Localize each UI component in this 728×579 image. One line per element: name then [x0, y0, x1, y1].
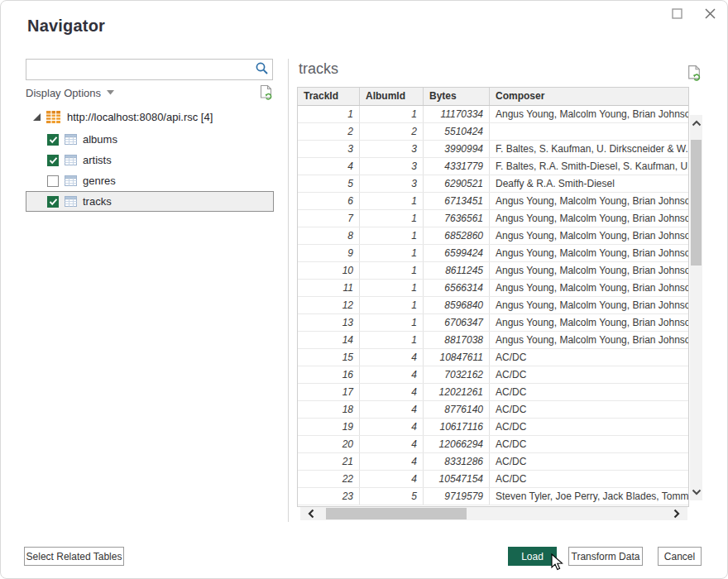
- preview-refresh-icon[interactable]: [687, 65, 702, 84]
- tree-item-tracks[interactable]: tracks: [26, 191, 274, 212]
- table-row[interactable]: 15410847611AC/DC: [298, 349, 688, 366]
- column-header-composer[interactable]: Composer: [490, 88, 688, 105]
- search-button[interactable]: [251, 60, 272, 79]
- table-cell: Angus Young, Malcolm Young, Brian Johnso…: [490, 314, 688, 331]
- horizontal-scrollbar-thumb[interactable]: [326, 508, 467, 519]
- table-row[interactable]: 1018611245Angus Young, Malcolm Young, Br…: [298, 262, 688, 280]
- table-row[interactable]: 17412021261AC/DC: [298, 384, 688, 401]
- table-row[interactable]: 616713451Angus Young, Malcolm Young, Bri…: [298, 193, 688, 210]
- table-cell: 4: [360, 349, 424, 366]
- tree-root-source[interactable]: http://localhost:8080/api.rsc [4]: [26, 107, 275, 127]
- checkbox-artists[interactable]: [47, 155, 59, 166]
- table-row[interactable]: 22410547154AC/DC: [298, 471, 688, 488]
- checkbox-genres[interactable]: [47, 175, 59, 187]
- scroll-down-icon[interactable]: [690, 486, 702, 498]
- table-row[interactable]: 2359719579Steven Tyler, Joe Perry, Jack …: [298, 488, 688, 505]
- navigator-dialog: Navigator Display Options: [0, 0, 728, 579]
- column-header-trackid[interactable]: TrackId: [298, 88, 360, 105]
- table-row[interactable]: 717636561Angus Young, Malcolm Young, Bri…: [298, 210, 688, 227]
- table-cell: F. Baltes, R.A. Smith-Diesel, S. Kaufman…: [490, 158, 688, 175]
- maximize-button[interactable]: [666, 4, 687, 26]
- tree-items: albums artists genres tracks: [26, 129, 275, 212]
- table-icon: [65, 134, 77, 145]
- display-options-dropdown[interactable]: Display Options: [26, 87, 101, 99]
- table-cell: 8611245: [424, 262, 490, 279]
- cancel-button[interactable]: Cancel: [658, 547, 702, 566]
- table-cell: 8776140: [424, 401, 490, 418]
- table-cell: 6852860: [424, 227, 490, 244]
- navigation-tree: http://localhost:8080/api.rsc [4] albums…: [26, 107, 275, 212]
- table-cell: 1: [360, 210, 424, 227]
- table-row[interactable]: 434331779F. Baltes, R.A. Smith-Diesel, S…: [298, 158, 688, 175]
- load-button[interactable]: Load: [508, 547, 557, 566]
- table-row[interactable]: 1316706347Angus Young, Malcolm Young, Br…: [298, 314, 688, 332]
- table-cell: 3: [360, 175, 424, 192]
- tree-item-albums[interactable]: albums: [26, 129, 274, 150]
- table-row[interactable]: 1111170334Angus Young, Malcolm Young, Br…: [298, 106, 688, 123]
- chevron-down-icon[interactable]: [107, 90, 114, 95]
- table-row[interactable]: 1116566314Angus Young, Malcolm Young, Br…: [298, 280, 688, 297]
- scroll-right-icon[interactable]: [671, 508, 682, 519]
- table-cell: 1: [360, 245, 424, 261]
- table-row[interactable]: 1218596840Angus Young, Malcolm Young, Br…: [298, 297, 688, 314]
- table-icon: [65, 196, 77, 207]
- preview-table-title: tracks: [299, 60, 338, 78]
- table-cell: 10: [298, 262, 360, 279]
- table-row[interactable]: 2148331286AC/DC: [298, 453, 688, 471]
- table-row[interactable]: 225510424: [298, 123, 688, 141]
- table-row[interactable]: 1848776140AC/DC: [298, 401, 688, 419]
- table-row[interactable]: 916599424Angus Young, Malcolm Young, Bri…: [298, 245, 688, 262]
- refresh-icon[interactable]: [259, 84, 273, 103]
- vertical-scrollbar[interactable]: [690, 115, 702, 500]
- search-icon: [255, 61, 269, 79]
- table-cell: 18: [298, 401, 360, 418]
- vertical-scrollbar-thumb[interactable]: [691, 140, 702, 266]
- table-cell: AC/DC: [490, 384, 688, 400]
- checkbox-albums[interactable]: [47, 134, 59, 146]
- table-row[interactable]: 20412066294AC/DC: [298, 436, 688, 453]
- table-cell: AC/DC: [490, 453, 688, 470]
- table-cell: 12021261: [424, 384, 490, 400]
- table-header-row: TrackIdAlbumIdBytesComposer: [298, 88, 688, 106]
- table-cell: 3: [360, 141, 424, 157]
- page-title: Navigator: [27, 17, 105, 36]
- table-cell: 5: [360, 488, 424, 505]
- table-cell: 6: [298, 193, 360, 209]
- scroll-up-icon[interactable]: [690, 117, 702, 129]
- table-cell: 1: [298, 106, 360, 122]
- table-row[interactable]: 19410617116AC/DC: [298, 419, 688, 436]
- table-cell: 10617116: [424, 419, 490, 435]
- close-button[interactable]: [699, 4, 721, 26]
- column-header-albumid[interactable]: AlbumId: [360, 88, 424, 105]
- transform-data-button[interactable]: Transform Data: [568, 547, 643, 566]
- checkbox-tracks[interactable]: [47, 196, 59, 208]
- table-cell: 1: [360, 297, 424, 313]
- table-row[interactable]: 333990994F. Baltes, S. Kaufman, U. Dirks…: [298, 141, 688, 158]
- tree-item-label: artists: [83, 154, 112, 166]
- table-cell: 4: [360, 419, 424, 435]
- table-cell: 8331286: [424, 453, 490, 470]
- table-cell: 1: [360, 193, 424, 209]
- table-cell: 1: [360, 332, 424, 348]
- table-row[interactable]: 1418817038Angus Young, Malcolm Young, Br…: [298, 332, 688, 349]
- table-cell: 10847611: [424, 349, 490, 366]
- table-cell: 4: [360, 471, 424, 487]
- tree-item-genres[interactable]: genres: [26, 170, 274, 191]
- table-row[interactable]: 816852860Angus Young, Malcolm Young, Bri…: [298, 227, 688, 245]
- table-cell: 4331779: [424, 158, 490, 175]
- tree-item-artists[interactable]: artists: [26, 150, 274, 170]
- select-related-tables-button[interactable]: Select Related Tables: [24, 547, 124, 566]
- column-header-bytes[interactable]: Bytes: [424, 88, 490, 105]
- expand-collapse-icon[interactable]: [33, 113, 41, 121]
- table-cell: 17: [298, 384, 360, 400]
- table-cell: 4: [360, 384, 424, 400]
- table-row[interactable]: 1647032162AC/DC: [298, 366, 688, 384]
- search-input[interactable]: [26, 60, 251, 79]
- table-cell: AC/DC: [490, 419, 688, 435]
- table-row[interactable]: 536290521Deaffy & R.A. Smith-Diesel: [298, 175, 688, 193]
- scroll-left-icon[interactable]: [305, 508, 317, 519]
- table-cell: 2: [298, 123, 360, 140]
- horizontal-scrollbar[interactable]: [300, 507, 687, 520]
- table-cell: 3990994: [424, 141, 490, 157]
- table-cell: 4: [360, 453, 424, 470]
